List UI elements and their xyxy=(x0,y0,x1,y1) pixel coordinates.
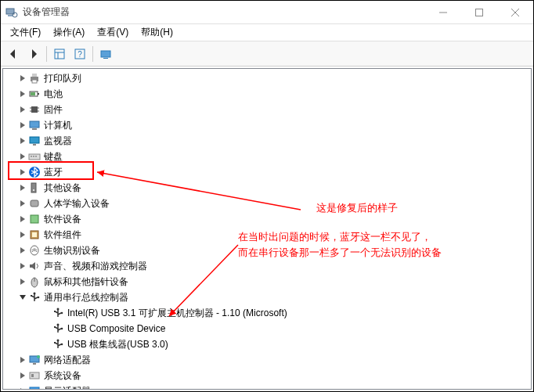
svg-point-80 xyxy=(37,355,40,358)
printer-icon xyxy=(28,72,41,85)
expand-icon[interactable] xyxy=(17,73,28,84)
svg-marker-16 xyxy=(20,75,25,81)
svg-point-68 xyxy=(61,312,63,315)
tree-node[interactable]: Intel(R) USB 3.1 可扩展主机控制器 - 1.10 (Micros… xyxy=(3,305,531,321)
tree-node[interactable]: 人体学输入设备 xyxy=(3,196,531,211)
tree-node-label: 显示适配器 xyxy=(44,385,91,390)
svg-rect-85 xyxy=(30,387,39,389)
tree-node[interactable]: USB 根集线器(USB 3.0) xyxy=(3,336,531,352)
svg-rect-19 xyxy=(32,80,37,83)
menu-help[interactable]: 帮助(H) xyxy=(135,24,179,41)
expand-icon[interactable] xyxy=(17,370,28,381)
tree-node[interactable]: 键盘 xyxy=(3,149,531,164)
forward-button[interactable] xyxy=(24,45,43,63)
device-tree[interactable]: 打印队列电池固件计算机监视器键盘蓝牙其他设备人体学输入设备软件设备软件组件生物识… xyxy=(3,69,531,389)
svg-rect-79 xyxy=(33,363,36,365)
tree-node-label: 电池 xyxy=(44,88,63,101)
expand-icon[interactable] xyxy=(17,198,28,209)
network-icon xyxy=(28,354,41,366)
tree-node[interactable]: 软件组件 xyxy=(3,227,531,243)
tree-node[interactable]: 蓝牙 xyxy=(3,164,531,180)
expand-icon[interactable] xyxy=(17,167,28,178)
expand-icon[interactable] xyxy=(17,354,28,365)
usb-icon xyxy=(52,322,64,335)
tree-node[interactable]: 监视器 xyxy=(3,133,531,149)
svg-rect-71 xyxy=(54,326,56,328)
tree-node-label: 通用串行总线控制器 xyxy=(44,291,128,304)
expand-icon[interactable] xyxy=(17,88,28,99)
show-hidden-button[interactable] xyxy=(50,45,69,63)
svg-marker-50 xyxy=(20,232,25,238)
keyboard-icon xyxy=(28,150,41,163)
tree-node[interactable]: 显示适配器 xyxy=(3,383,531,389)
svg-point-64 xyxy=(38,297,40,299)
expand-icon[interactable] xyxy=(17,182,28,193)
svg-rect-18 xyxy=(32,74,37,77)
tree-node-label: USB Composite Device xyxy=(67,323,165,334)
svg-rect-23 xyxy=(31,92,35,95)
svg-point-72 xyxy=(61,328,63,330)
tree-node-label: 计算机 xyxy=(44,119,72,132)
tree-node[interactable]: 网络适配器 xyxy=(3,352,531,368)
expand-icon[interactable] xyxy=(17,229,28,240)
tree-node[interactable]: 系统设备 xyxy=(3,368,531,383)
titlebar: 设备管理器 xyxy=(1,1,533,24)
menu-file[interactable]: 文件(F) xyxy=(4,24,47,41)
usb-controller-icon xyxy=(28,291,41,304)
tree-node[interactable]: 计算机 xyxy=(3,117,531,133)
tree-node[interactable]: 通用串行总线控制器 xyxy=(3,290,531,305)
svg-point-2 xyxy=(13,13,17,17)
expand-icon[interactable] xyxy=(17,135,28,146)
tree-node[interactable]: 生物识别设备 xyxy=(3,243,531,258)
expand-icon[interactable] xyxy=(17,276,28,287)
expand-icon[interactable] xyxy=(17,151,28,162)
tree-node[interactable]: 声音、视频和游戏控制器 xyxy=(3,258,531,274)
display-adapter-icon xyxy=(28,385,41,389)
svg-rect-67 xyxy=(54,311,56,312)
back-button[interactable] xyxy=(4,45,23,63)
scan-hardware-button[interactable] xyxy=(96,45,115,63)
svg-rect-4 xyxy=(476,9,483,16)
expand-icon[interactable] xyxy=(17,104,28,115)
tree-node-label: 软件设备 xyxy=(44,213,81,226)
tree-node[interactable]: 固件 xyxy=(3,102,531,117)
help-button[interactable]: ? xyxy=(70,45,89,63)
sound-icon xyxy=(28,260,41,272)
tree-node[interactable]: USB Composite Device xyxy=(3,321,531,336)
tree-node-label: 打印队列 xyxy=(44,72,81,85)
maximize-button[interactable] xyxy=(461,1,497,23)
tree-node[interactable]: 打印队列 xyxy=(3,70,531,86)
menu-action[interactable]: 操作(A) xyxy=(47,24,91,41)
minimize-button[interactable] xyxy=(425,1,461,23)
tree-node[interactable]: 鼠标和其他指针设备 xyxy=(3,274,531,290)
tree-node-label: 网络适配器 xyxy=(44,354,91,367)
tree-node-label: USB 根集线器(USB 3.0) xyxy=(67,338,168,351)
app-icon xyxy=(5,6,18,19)
tree-node[interactable]: 其他设备 xyxy=(3,180,531,196)
svg-rect-31 xyxy=(30,121,39,128)
toolbar-separator xyxy=(46,46,47,62)
expand-icon[interactable] xyxy=(17,120,28,131)
tree-node-label: 人体学输入设备 xyxy=(44,197,110,210)
toolbar-separator xyxy=(92,46,93,62)
tree-node-label: 蓝牙 xyxy=(44,166,63,179)
expand-icon[interactable] xyxy=(17,214,28,225)
menu-view[interactable]: 查看(V) xyxy=(91,24,135,41)
tree-node-label: 系统设备 xyxy=(44,369,81,383)
svg-rect-82 xyxy=(30,372,39,379)
svg-rect-22 xyxy=(38,93,39,95)
no-expander xyxy=(41,339,52,350)
tree-node[interactable]: 电池 xyxy=(3,86,531,102)
tree-node[interactable]: 软件设备 xyxy=(3,211,531,227)
svg-marker-55 xyxy=(20,263,25,269)
expand-icon[interactable] xyxy=(17,261,28,272)
close-button[interactable] xyxy=(497,1,533,23)
other-device-icon xyxy=(28,182,41,194)
svg-marker-41 xyxy=(20,169,25,175)
svg-rect-49 xyxy=(31,215,38,223)
expand-icon[interactable] xyxy=(17,245,28,256)
collapse-icon[interactable] xyxy=(17,292,28,303)
svg-rect-83 xyxy=(31,374,34,377)
expand-icon[interactable] xyxy=(17,386,28,389)
mouse-icon xyxy=(28,275,41,288)
